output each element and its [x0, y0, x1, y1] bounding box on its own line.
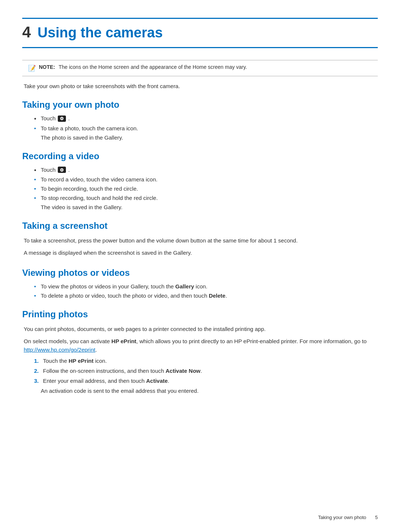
- page-footer: Taking your own photo 5: [318, 515, 378, 520]
- section-title-recording-video: Recording a video: [22, 151, 378, 161]
- screenshot-para-1: To take a screenshot, press the power bu…: [24, 236, 378, 245]
- bullet-photo-2-text: To take a photo, touch the camera icon.: [41, 125, 138, 131]
- bullet-video-3-text: To begin recording, touch the red circle…: [41, 185, 138, 192]
- chapter-number: 4: [22, 23, 31, 41]
- bullet-viewing-2: To delete a photo or video, touch the ph…: [34, 292, 378, 299]
- numbered-list-printing: 1. Touch the HP ePrint icon. 2. Follow t…: [34, 358, 378, 384]
- step-2: 2. Follow the on-screen instructions, an…: [34, 368, 378, 374]
- delete-bold: Delete: [209, 292, 226, 299]
- step-3-text: Enter your email address, and then touch…: [43, 378, 169, 384]
- section-title-taking-own-photo: Taking your own photo: [22, 100, 378, 110]
- section-taking-own-photo: Taking your own photo Touch . To take a …: [22, 100, 378, 141]
- bullet-photo-2: To take a photo, touch the camera icon.: [34, 125, 378, 131]
- printing-para-2: On select models, you can activate HP eP…: [24, 337, 378, 354]
- step-3-num: 3.: [34, 378, 39, 384]
- bullet-list-video: Touch . To record a video, touch the vid…: [34, 167, 378, 201]
- hp-eprint-link[interactable]: http://www.hp.com/go/2eprint: [24, 347, 95, 353]
- bullet-video-2: To record a video, touch the video camer…: [34, 176, 378, 183]
- bullet-video-1: Touch .: [34, 167, 378, 174]
- section-recording-video: Recording a video Touch . To record a vi…: [22, 151, 378, 211]
- intro-text: Take your own photo or take screenshots …: [22, 83, 378, 89]
- bullet-photo-1-text: Touch .: [41, 115, 70, 121]
- bullet-video-4: To stop recording, touch and hold the re…: [34, 195, 378, 201]
- bullet-viewing-1: To view the photos or videos in your Gal…: [34, 283, 378, 290]
- video-sub-text: The video is saved in the Gallery.: [41, 204, 378, 210]
- bullet-video-1-text: Touch .: [41, 167, 70, 173]
- activate-bold: Activate: [146, 378, 168, 384]
- note-text: The icons on the Home screen and the app…: [59, 64, 247, 70]
- bullet-video-4-text: To stop recording, touch and hold the re…: [41, 195, 158, 201]
- bullet-list-photo: Touch . To take a photo, touch the camer…: [34, 115, 378, 131]
- printing-sub-text: An activation code is sent to the email …: [41, 388, 378, 394]
- section-taking-screenshot: Taking a screenshot To take a screenshot…: [22, 221, 378, 257]
- bullet-list-viewing: To view the photos or videos in your Gal…: [34, 283, 378, 299]
- step-1-num: 1.: [34, 358, 39, 364]
- camera-icon-1: [58, 116, 66, 122]
- hp-eprint-bold-2: HP ePrint: [69, 358, 93, 364]
- footer-right: 5: [375, 515, 378, 520]
- bullet-viewing-2-text: To delete a photo or video, touch the ph…: [41, 292, 227, 299]
- photo-sub-text: The photo is saved in the Gallery.: [41, 134, 378, 141]
- note-box: 📝 NOTE: The icons on the Home screen and…: [22, 60, 378, 76]
- section-title-printing: Printing photos: [22, 309, 378, 319]
- chapter-title: Using the cameras: [37, 25, 163, 41]
- step-2-num: 2.: [34, 368, 39, 374]
- section-title-viewing: Viewing photos or videos: [22, 268, 378, 278]
- section-viewing-photos: Viewing photos or videos To view the pho…: [22, 268, 378, 299]
- note-icon: 📝: [28, 64, 36, 72]
- camera-icon-2: [58, 167, 66, 173]
- note-content: NOTE: The icons on the Home screen and t…: [39, 64, 247, 70]
- screenshot-para-2: A message is displayed when the screensh…: [24, 248, 378, 257]
- printing-para-1: You can print photos, documents, or web …: [24, 325, 378, 333]
- step-3: 3. Enter your email address, and then to…: [34, 378, 378, 384]
- hp-eprint-bold-1: HP ePrint: [111, 338, 136, 344]
- step-1: 1. Touch the HP ePrint icon.: [34, 358, 378, 364]
- step-1-text: Touch the HP ePrint icon.: [43, 358, 107, 364]
- bullet-video-2-text: To record a video, touch the video camer…: [41, 176, 157, 183]
- step-2-text: Follow the on-screen instructions, and t…: [43, 368, 202, 374]
- bullet-photo-1: Touch .: [34, 115, 378, 122]
- activate-now-bold: Activate Now: [166, 368, 200, 374]
- gallery-bold: Gallery: [175, 283, 194, 290]
- section-title-screenshot: Taking a screenshot: [22, 221, 378, 231]
- bullet-video-3: To begin recording, touch the red circle…: [34, 185, 378, 192]
- footer-left: Taking your own photo: [318, 515, 366, 520]
- section-printing-photos: Printing photos You can print photos, do…: [22, 309, 378, 394]
- note-label: NOTE:: [39, 64, 55, 70]
- bullet-viewing-1-text: To view the photos or videos in your Gal…: [41, 283, 207, 290]
- chapter-header: 4 Using the cameras: [22, 18, 378, 48]
